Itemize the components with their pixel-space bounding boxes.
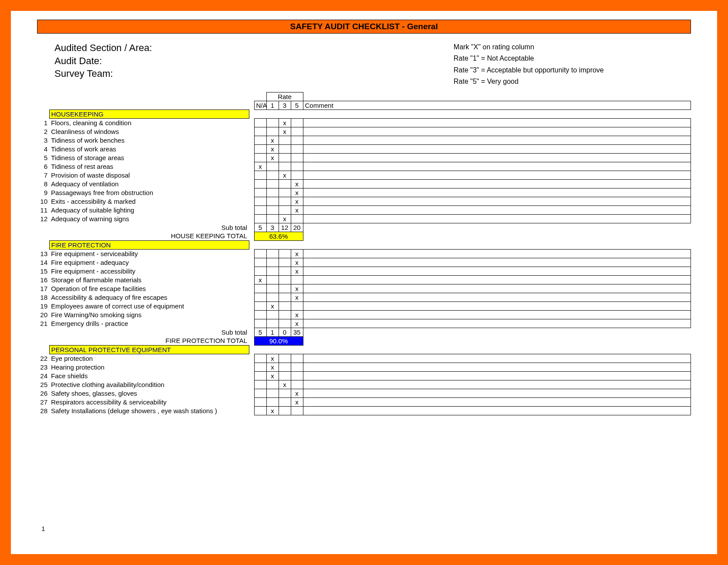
rating-cell-na[interactable] [254,354,266,363]
comment-cell[interactable] [303,144,691,153]
rating-cell-na[interactable] [254,249,266,258]
rating-cell-1[interactable] [266,188,279,197]
rating-cell-3[interactable] [279,179,291,188]
rating-cell-5[interactable] [291,127,303,136]
rating-cell-3[interactable] [279,406,291,415]
comment-cell[interactable] [303,406,691,415]
rating-cell-1[interactable] [266,397,279,406]
rating-cell-1[interactable]: x [266,371,279,380]
rating-cell-3[interactable] [279,267,291,275]
rating-cell-5[interactable]: x [291,205,303,214]
comment-cell[interactable] [303,153,691,162]
rating-cell-3[interactable]: x [279,214,291,223]
rating-cell-na[interactable] [254,267,266,275]
rating-cell-na[interactable] [254,380,266,389]
rating-cell-na[interactable] [254,205,266,214]
rating-cell-1[interactable] [266,171,279,179]
rating-cell-5[interactable] [291,171,303,179]
rating-cell-na[interactable] [254,197,266,205]
comment-cell[interactable] [303,275,691,284]
rating-cell-3[interactable] [279,188,291,197]
rating-cell-na[interactable]: x [254,162,266,171]
rating-cell-5[interactable] [291,144,303,153]
rating-cell-na[interactable]: x [254,275,266,284]
rating-cell-3[interactable]: x [279,380,291,389]
rating-cell-5[interactable]: x [291,284,303,293]
rating-cell-5[interactable]: x [291,397,303,406]
rating-cell-na[interactable] [254,363,266,371]
rating-cell-5[interactable]: x [291,249,303,258]
comment-cell[interactable] [303,389,691,397]
rating-cell-1[interactable]: x [266,301,279,310]
rating-cell-1[interactable] [266,214,279,223]
rating-cell-3[interactable] [279,363,291,371]
rating-cell-na[interactable] [254,171,266,179]
rating-cell-5[interactable]: x [291,197,303,205]
rating-cell-3[interactable] [279,354,291,363]
rating-cell-3[interactable] [279,136,291,144]
rating-cell-3[interactable] [279,144,291,153]
rating-cell-1[interactable] [266,389,279,397]
rating-cell-1[interactable] [266,249,279,258]
rating-cell-3[interactable] [279,371,291,380]
comment-cell[interactable] [303,301,691,310]
rating-cell-na[interactable] [254,293,266,301]
comment-cell[interactable] [303,205,691,214]
rating-cell-1[interactable] [266,275,279,284]
comment-cell[interactable] [303,380,691,389]
rating-cell-na[interactable] [254,258,266,267]
rating-cell-3[interactable]: x [279,118,291,127]
rating-cell-na[interactable] [254,389,266,397]
rating-cell-1[interactable] [266,127,279,136]
comment-cell[interactable] [303,214,691,223]
rating-cell-3[interactable] [279,301,291,310]
rating-cell-5[interactable]: x [291,389,303,397]
rating-cell-3[interactable] [279,249,291,258]
comment-cell[interactable] [303,319,691,328]
rating-cell-na[interactable] [254,284,266,293]
rating-cell-3[interactable]: x [279,171,291,179]
rating-cell-na[interactable] [254,179,266,188]
comment-cell[interactable] [303,267,691,275]
comment-cell[interactable] [303,118,691,127]
rating-cell-3[interactable] [279,197,291,205]
comment-cell[interactable] [303,293,691,301]
rating-cell-1[interactable]: x [266,144,279,153]
rating-cell-na[interactable] [254,371,266,380]
rating-cell-1[interactable] [266,293,279,301]
rating-cell-3[interactable] [279,284,291,293]
rating-cell-5[interactable] [291,406,303,415]
comment-cell[interactable] [303,179,691,188]
rating-cell-5[interactable] [291,301,303,310]
rating-cell-1[interactable] [266,162,279,171]
rating-cell-5[interactable]: x [291,293,303,301]
rating-cell-1[interactable] [266,284,279,293]
rating-cell-5[interactable] [291,371,303,380]
comment-cell[interactable] [303,397,691,406]
rating-cell-5[interactable] [291,354,303,363]
rating-cell-3[interactable] [279,397,291,406]
rating-cell-1[interactable] [266,380,279,389]
rating-cell-3[interactable] [279,258,291,267]
rating-cell-na[interactable] [254,319,266,328]
comment-cell[interactable] [303,363,691,371]
rating-cell-na[interactable] [254,310,266,319]
comment-cell[interactable] [303,127,691,136]
rating-cell-3[interactable] [279,389,291,397]
rating-cell-5[interactable]: x [291,188,303,197]
comment-cell[interactable] [303,284,691,293]
comment-cell[interactable] [303,310,691,319]
comment-cell[interactable] [303,249,691,258]
rating-cell-na[interactable] [254,406,266,415]
rating-cell-5[interactable]: x [291,319,303,328]
rating-cell-5[interactable]: x [291,258,303,267]
rating-cell-3[interactable] [279,310,291,319]
comment-cell[interactable] [303,188,691,197]
rating-cell-1[interactable]: x [266,136,279,144]
rating-cell-1[interactable] [266,197,279,205]
comment-cell[interactable] [303,136,691,144]
rating-cell-3[interactable]: x [279,127,291,136]
rating-cell-1[interactable]: x [266,406,279,415]
rating-cell-5[interactable] [291,136,303,144]
rating-cell-1[interactable] [266,267,279,275]
